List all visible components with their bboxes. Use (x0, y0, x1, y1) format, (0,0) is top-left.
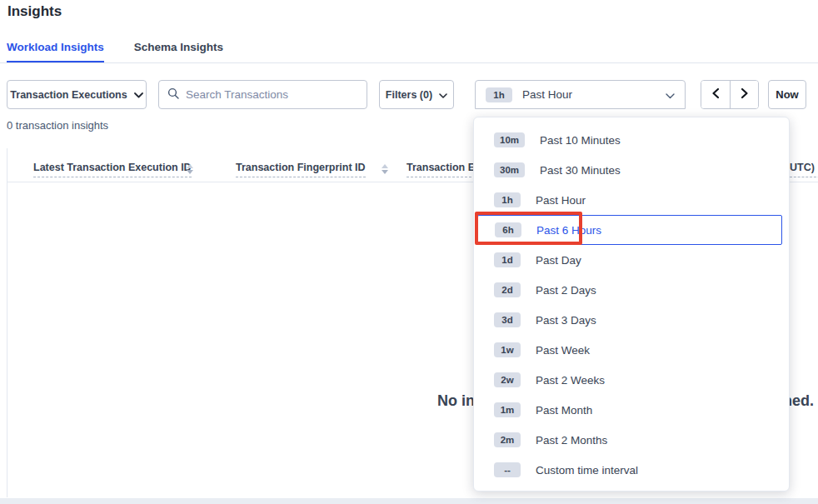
column-header-utc-fragment[interactable]: UTC) (790, 162, 818, 177)
previous-interval-button[interactable] (701, 81, 730, 108)
chevron-down-icon (439, 89, 447, 101)
menu-item-past-10-minutes[interactable]: 10m Past 10 Minutes (474, 125, 789, 155)
search-box (158, 80, 367, 109)
menu-item-past-week[interactable]: 1w Past Week (474, 335, 789, 365)
interval-badge: 30m (494, 162, 525, 177)
sort-down-icon (187, 170, 193, 174)
interval-badge: 2w (494, 372, 521, 387)
sort-down-icon (382, 170, 388, 174)
time-interval-badge: 1h (486, 87, 512, 102)
chevron-left-icon (711, 87, 721, 102)
time-interval-select[interactable]: 1h Past Hour (475, 80, 686, 109)
menu-item-custom-time-interval[interactable]: -- Custom time interval (474, 455, 789, 485)
menu-item-past-30-minutes[interactable]: 30m Past 30 Minutes (474, 155, 789, 185)
time-interval-label: Past Hour (522, 88, 656, 101)
bottom-edge (0, 498, 818, 504)
transaction-type-select[interactable]: Transaction Executions (7, 80, 147, 109)
interval-badge: 1d (494, 252, 521, 267)
chevron-down-icon (134, 89, 143, 101)
filters-button-label: Filters (0) (386, 89, 432, 101)
interval-badge: 1m (494, 402, 521, 417)
interval-badge: 10m (494, 132, 525, 147)
time-interval-dropdown: 10m Past 10 Minutes 30m Past 30 Minutes … (473, 117, 790, 492)
search-icon (167, 87, 179, 102)
sort-icon[interactable] (187, 164, 193, 174)
menu-item-past-day[interactable]: 1d Past Day (474, 245, 789, 275)
page-title: Insights (7, 3, 62, 20)
results-count: 0 transaction insights (7, 119, 108, 132)
column-header-latest-transaction-execution-id[interactable]: Latest Transaction Execution ID (33, 162, 192, 177)
table-left-border (7, 148, 7, 497)
column-header-transaction-fingerprint-id[interactable]: Transaction Fingerprint ID (236, 162, 366, 177)
now-button[interactable]: Now (768, 80, 806, 109)
menu-item-past-hour[interactable]: 1h Past Hour (474, 185, 789, 215)
filters-button[interactable]: Filters (0) (379, 80, 454, 109)
empty-state-text-tail: No insight events since this page was la… (786, 392, 814, 414)
transaction-type-select-label: Transaction Executions (10, 89, 127, 101)
sort-up-icon (382, 164, 388, 168)
sort-icon[interactable] (382, 164, 388, 174)
insights-page: Insights Workload Insights Schema Insigh… (0, 0, 818, 504)
interval-badge: -- (494, 462, 521, 477)
interval-badge: 1h (494, 192, 521, 207)
menu-item-past-2-days[interactable]: 2d Past 2 Days (474, 275, 789, 305)
sort-up-icon (187, 164, 193, 168)
interval-badge: 2d (494, 282, 521, 297)
chevron-down-icon (666, 87, 675, 102)
menu-item-past-6-hours[interactable]: 6h Past 6 Hours (477, 215, 782, 245)
interval-badge: 3d (494, 312, 521, 327)
next-interval-button[interactable] (730, 81, 758, 108)
interval-badge: 6h (495, 222, 521, 237)
chevron-right-icon (740, 87, 750, 102)
tab-bar: Workload Insights Schema Insights (0, 33, 818, 63)
tab-workload-insights[interactable]: Workload Insights (7, 34, 104, 62)
menu-item-past-month[interactable]: 1m Past Month (474, 395, 789, 425)
empty-state-text: No insight events since this page was la… (437, 392, 474, 414)
tab-schema-insights[interactable]: Schema Insights (134, 34, 223, 62)
search-input[interactable] (186, 88, 358, 101)
menu-item-past-2-weeks[interactable]: 2w Past 2 Weeks (474, 365, 789, 395)
menu-item-past-3-days[interactable]: 3d Past 3 Days (474, 305, 789, 335)
now-button-label: Now (776, 88, 798, 101)
menu-item-past-2-months[interactable]: 2m Past 2 Months (474, 425, 789, 455)
interval-badge: 1w (494, 342, 521, 357)
time-pager (701, 80, 759, 109)
interval-badge: 2m (494, 432, 521, 447)
